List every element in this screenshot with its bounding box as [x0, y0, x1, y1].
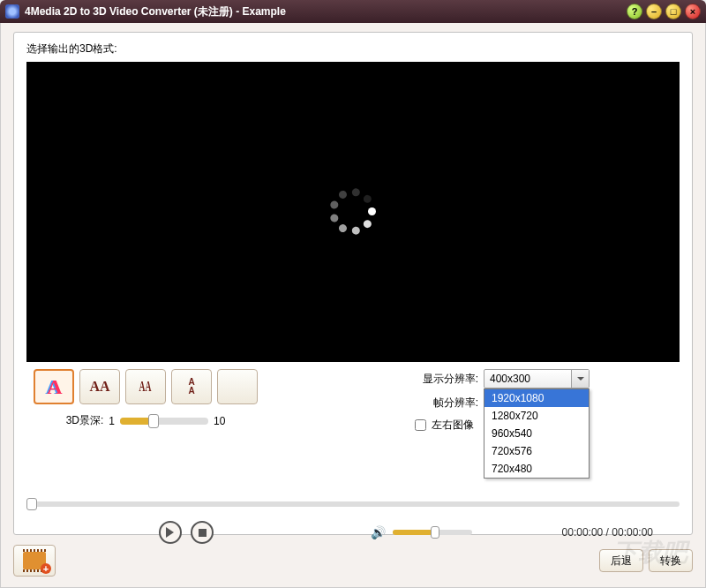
- title-bar: 4Media 2D to 3D Video Converter (未注册) - …: [0, 0, 706, 23]
- volume-slider[interactable]: [393, 530, 472, 535]
- time-display: 00:00:00 / 00:00:00: [562, 526, 653, 539]
- window-title: 4Media 2D to 3D Video Converter (未注册) - …: [25, 4, 286, 19]
- resolution-option[interactable]: 1280x720: [484, 407, 589, 425]
- depth-control: 3D景深: 1 10: [66, 413, 226, 428]
- close-button[interactable]: ×: [685, 4, 701, 19]
- swap-lr-checkbox[interactable]: [415, 419, 426, 431]
- mode-top-bottom[interactable]: AA: [171, 369, 212, 404]
- convert-button[interactable]: 转换: [649, 549, 693, 572]
- footer: + 后退 转换: [13, 543, 693, 578]
- seek-thumb[interactable]: [26, 498, 37, 510]
- help-button[interactable]: ?: [627, 4, 642, 19]
- stop-icon: [199, 529, 207, 537]
- swap-lr-label: 左右图像: [432, 418, 474, 433]
- depth-min: 1: [109, 415, 115, 427]
- anaglyph-icon: A: [46, 375, 61, 399]
- work-area: 选择输出的3D格式: A AA AA AA: [0, 23, 706, 588]
- mode-side-by-side[interactable]: AA: [79, 369, 120, 404]
- sbs-half-icon: AA: [139, 379, 152, 395]
- loading-spinner-icon: [327, 185, 379, 238]
- seek-bar[interactable]: [26, 501, 680, 507]
- mode-interlaced[interactable]: [217, 369, 258, 404]
- resolution-option[interactable]: 720x480: [484, 460, 589, 478]
- chevron-down-icon: [571, 370, 589, 388]
- plus-icon: +: [41, 563, 51, 574]
- playback-controls: 🔊 00:00:00 / 00:00:00: [26, 519, 680, 546]
- tb-icon: AA: [188, 378, 194, 396]
- resolution-dropdown: 1920x1080 1280x720 960x540 720x576 720x4…: [484, 388, 590, 479]
- mode-selector: A AA AA AA 3D景深: 1 10: [26, 369, 265, 428]
- resolution-option[interactable]: 1920x1080: [484, 389, 589, 407]
- resolution-label: 显示分辨率:: [415, 372, 478, 387]
- output-settings: 显示分辨率: 400x300 1920x1080 1280x720 960x54…: [415, 369, 680, 440]
- resolution-value: 400x300: [490, 373, 530, 385]
- maximize-button[interactable]: □: [665, 4, 681, 19]
- sbs-icon: AA: [89, 379, 109, 395]
- minimize-button[interactable]: –: [646, 4, 662, 19]
- depth-slider[interactable]: [120, 418, 208, 425]
- add-file-button[interactable]: +: [13, 545, 56, 577]
- mode-side-by-side-half[interactable]: AA: [125, 369, 166, 404]
- output-format-label: 选择输出的3D格式:: [26, 41, 680, 57]
- resolution-option[interactable]: 720x576: [484, 442, 589, 460]
- depth-max: 10: [214, 415, 225, 427]
- play-icon: [166, 527, 179, 538]
- main-panel: 选择输出的3D格式: A AA AA AA: [13, 32, 693, 535]
- play-button[interactable]: [159, 521, 182, 544]
- stop-button[interactable]: [191, 521, 214, 544]
- resolution-combo[interactable]: 400x300: [484, 369, 590, 388]
- resolution-option[interactable]: 960x540: [484, 425, 589, 442]
- video-preview: [26, 62, 680, 362]
- back-button[interactable]: 后退: [599, 549, 643, 572]
- depth-label: 3D景深:: [66, 413, 104, 428]
- volume-icon[interactable]: 🔊: [371, 525, 386, 539]
- mode-anaglyph[interactable]: A: [34, 369, 74, 404]
- framerate-label: 帧分辨率:: [415, 396, 478, 411]
- app-icon: [5, 4, 19, 19]
